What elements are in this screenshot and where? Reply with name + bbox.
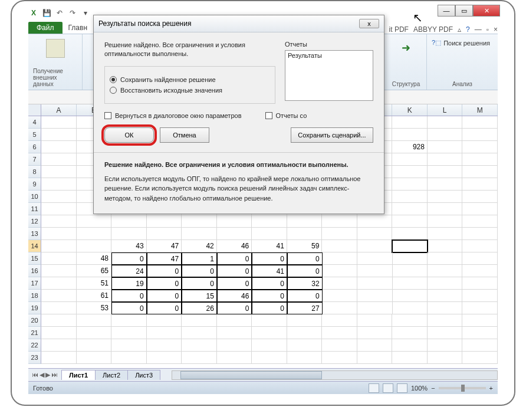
- cell[interactable]: 0: [147, 265, 182, 277]
- row-header[interactable]: 5: [28, 129, 41, 141]
- cell[interactable]: [147, 228, 182, 240]
- cell[interactable]: 15: [182, 290, 217, 302]
- cell[interactable]: [41, 277, 76, 290]
- cell[interactable]: [77, 327, 112, 339]
- cell[interactable]: 0: [287, 252, 323, 265]
- cell[interactable]: 0: [287, 265, 323, 277]
- cell[interactable]: [287, 339, 323, 352]
- cell[interactable]: [462, 153, 498, 166]
- cell[interactable]: 0: [217, 265, 252, 277]
- row-header[interactable]: 14: [28, 240, 41, 252]
- cell[interactable]: [217, 352, 252, 364]
- cell[interactable]: [41, 178, 77, 191]
- cell[interactable]: [323, 302, 357, 314]
- ribbon-window-restore-icon[interactable]: ▫: [486, 25, 489, 34]
- cell[interactable]: [357, 228, 393, 240]
- cell[interactable]: [323, 277, 357, 290]
- cell[interactable]: 0: [111, 290, 147, 302]
- ribbon-window-min-icon[interactable]: —: [475, 25, 482, 34]
- cell[interactable]: 59: [287, 240, 323, 252]
- cell[interactable]: [462, 352, 498, 364]
- cell[interactable]: [322, 339, 357, 352]
- cell[interactable]: [357, 215, 393, 228]
- cell[interactable]: 41: [252, 265, 287, 277]
- minimize-button[interactable]: —: [438, 5, 455, 17]
- row-header[interactable]: 21: [28, 327, 41, 339]
- cell[interactable]: [392, 240, 428, 252]
- cell[interactable]: [462, 327, 498, 339]
- cell[interactable]: [41, 228, 77, 240]
- cell[interactable]: 32: [287, 277, 323, 290]
- row-header[interactable]: 7: [28, 153, 41, 166]
- cell[interactable]: [357, 290, 392, 302]
- sheet-nav-next-icon[interactable]: ▶: [45, 371, 50, 379]
- cell[interactable]: 48: [77, 252, 111, 265]
- horizontal-scrollbar[interactable]: [172, 370, 498, 380]
- cell[interactable]: [41, 240, 77, 252]
- cell[interactable]: [323, 290, 357, 302]
- cell[interactable]: [147, 339, 182, 352]
- cell[interactable]: [147, 327, 182, 339]
- row-header[interactable]: 19: [28, 302, 41, 314]
- view-pagebreak-icon[interactable]: [397, 383, 407, 393]
- cell[interactable]: [41, 129, 77, 141]
- cell[interactable]: 0: [287, 290, 323, 302]
- col-header[interactable]: M: [462, 104, 498, 116]
- cell[interactable]: [323, 265, 357, 277]
- cell[interactable]: [322, 240, 357, 252]
- cell[interactable]: [428, 314, 463, 327]
- cell[interactable]: [428, 327, 463, 339]
- reports-listbox[interactable]: Результаты: [285, 50, 373, 101]
- cell[interactable]: [111, 339, 147, 352]
- cell[interactable]: [462, 277, 497, 290]
- zoom-out-icon[interactable]: −: [431, 385, 435, 392]
- sheet-nav-prev-icon[interactable]: ◀: [40, 371, 44, 379]
- sheet-tab-2[interactable]: Лист2: [95, 370, 128, 380]
- row-header[interactable]: 12: [28, 215, 41, 228]
- cell[interactable]: 0: [252, 277, 287, 290]
- row-header[interactable]: 20: [28, 314, 41, 327]
- cell[interactable]: 0: [252, 252, 287, 265]
- cell[interactable]: [41, 302, 76, 314]
- row-header[interactable]: 18: [28, 290, 41, 302]
- solver-button[interactable]: ?⬚ Поиск решения: [432, 39, 490, 47]
- cell[interactable]: [428, 153, 463, 166]
- cell[interactable]: 0: [111, 302, 147, 314]
- cell[interactable]: [182, 352, 217, 364]
- cell[interactable]: 24: [111, 265, 147, 277]
- cell[interactable]: [287, 352, 323, 364]
- cell[interactable]: [217, 327, 252, 339]
- cell[interactable]: [428, 166, 463, 178]
- cell[interactable]: [41, 265, 76, 277]
- cell[interactable]: [287, 314, 323, 327]
- cell[interactable]: 65: [77, 265, 111, 277]
- sheet-nav-last-icon[interactable]: ⏭: [51, 371, 58, 379]
- cell[interactable]: 46: [217, 240, 252, 252]
- cell[interactable]: 0: [217, 302, 252, 314]
- cell[interactable]: [217, 314, 252, 327]
- cell[interactable]: [462, 141, 498, 153]
- cell[interactable]: [322, 228, 357, 240]
- cell[interactable]: [428, 203, 463, 215]
- cell[interactable]: [111, 327, 147, 339]
- row-header[interactable]: 17: [28, 277, 41, 290]
- cell[interactable]: [428, 116, 463, 129]
- cell[interactable]: [357, 277, 392, 290]
- cell[interactable]: [252, 327, 287, 339]
- cell[interactable]: [393, 277, 428, 290]
- cell[interactable]: [357, 265, 392, 277]
- cell[interactable]: 47: [147, 252, 182, 265]
- cell[interactable]: [41, 252, 76, 265]
- row-header[interactable]: 13: [28, 228, 41, 240]
- cell[interactable]: [41, 141, 77, 153]
- cell[interactable]: [462, 265, 497, 277]
- maximize-button[interactable]: ▭: [455, 5, 473, 17]
- cell[interactable]: 0: [147, 290, 182, 302]
- cell[interactable]: [392, 339, 428, 352]
- cell[interactable]: 0: [147, 277, 182, 290]
- row-header[interactable]: 11: [28, 203, 41, 215]
- external-data-icon[interactable]: [46, 39, 65, 58]
- cell[interactable]: [252, 352, 287, 364]
- radio-restore-values[interactable]: Восстановить исходные значения: [110, 87, 270, 94]
- cell[interactable]: [357, 314, 393, 327]
